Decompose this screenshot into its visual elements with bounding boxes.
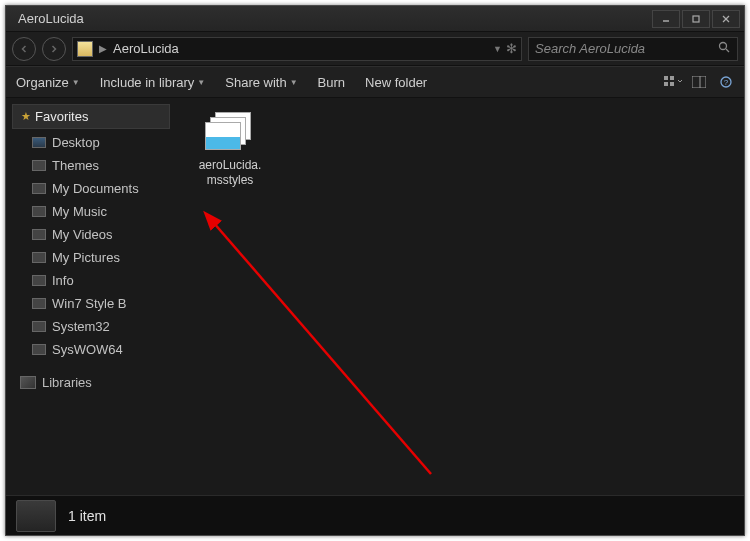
share-with-button[interactable]: Share with▼ bbox=[225, 75, 297, 90]
file-item[interactable]: aeroLucida.msstyles bbox=[190, 112, 270, 188]
svg-rect-1 bbox=[693, 16, 699, 22]
sidebar-item-win7[interactable]: Win7 Style B bbox=[12, 292, 170, 315]
sidebar-item-themes[interactable]: Themes bbox=[12, 154, 170, 177]
back-button[interactable] bbox=[12, 37, 36, 61]
libraries-icon bbox=[20, 376, 36, 389]
svg-line-5 bbox=[726, 49, 729, 52]
svg-rect-10 bbox=[692, 76, 706, 88]
include-in-library-button[interactable]: Include in library▼ bbox=[100, 75, 206, 90]
body: ★ Favorites Desktop Themes My Documents … bbox=[6, 98, 744, 495]
window-title: AeroLucida bbox=[18, 11, 652, 26]
chevron-down-icon[interactable]: ▼ bbox=[493, 44, 502, 54]
sidebar-item-syswow64[interactable]: SysWOW64 bbox=[12, 338, 170, 361]
svg-text:?: ? bbox=[724, 78, 729, 87]
folder-icon bbox=[32, 252, 46, 263]
sidebar-item-music[interactable]: My Music bbox=[12, 200, 170, 223]
svg-point-4 bbox=[720, 42, 727, 49]
nav-pane: ★ Favorites Desktop Themes My Documents … bbox=[12, 104, 170, 489]
burn-button[interactable]: Burn bbox=[318, 75, 345, 90]
refresh-icon[interactable]: ✻ bbox=[506, 41, 517, 56]
sidebar-item-info[interactable]: Info bbox=[12, 269, 170, 292]
svg-rect-7 bbox=[670, 76, 674, 80]
maximize-button[interactable] bbox=[682, 10, 710, 28]
chevron-down-icon: ▼ bbox=[197, 78, 205, 87]
folder-icon bbox=[32, 275, 46, 286]
star-icon: ★ bbox=[21, 110, 31, 123]
preview-pane-icon[interactable] bbox=[692, 76, 706, 88]
folder-icon bbox=[32, 183, 46, 194]
chevron-right-icon: ▶ bbox=[99, 43, 107, 54]
search-placeholder: Search AeroLucida bbox=[535, 41, 645, 56]
explorer-window: AeroLucida ▶ AeroLucida ▼ ✻ bbox=[5, 5, 745, 536]
sidebar-item-documents[interactable]: My Documents bbox=[12, 177, 170, 200]
sidebar-item-pictures[interactable]: My Pictures bbox=[12, 246, 170, 269]
folder-icon bbox=[32, 206, 46, 217]
folder-icon bbox=[77, 41, 93, 57]
close-button[interactable] bbox=[712, 10, 740, 28]
view-options-icon[interactable] bbox=[664, 76, 678, 88]
sidebar-item-videos[interactable]: My Videos bbox=[12, 223, 170, 246]
organize-button[interactable]: Organize▼ bbox=[16, 75, 80, 90]
navbar: ▶ AeroLucida ▼ ✻ Search AeroLucida bbox=[6, 32, 744, 66]
new-folder-button[interactable]: New folder bbox=[365, 75, 427, 90]
favorites-header[interactable]: ★ Favorites bbox=[12, 104, 170, 129]
svg-line-14 bbox=[213, 222, 431, 474]
chevron-down-icon: ▼ bbox=[290, 78, 298, 87]
svg-rect-8 bbox=[664, 82, 668, 86]
item-count: 1 item bbox=[68, 508, 106, 524]
command-bar: Organize▼ Include in library▼ Share with… bbox=[6, 66, 744, 98]
folder-icon bbox=[32, 160, 46, 171]
folder-icon bbox=[32, 321, 46, 332]
favorites-list: Desktop Themes My Documents My Music My … bbox=[12, 129, 170, 371]
svg-rect-6 bbox=[664, 76, 668, 80]
titlebar: AeroLucida bbox=[6, 6, 744, 32]
address-bar[interactable]: ▶ AeroLucida ▼ ✻ bbox=[72, 37, 522, 61]
libraries-header[interactable]: Libraries bbox=[12, 371, 170, 394]
desktop-icon bbox=[32, 137, 46, 148]
folder-icon bbox=[32, 229, 46, 240]
search-input[interactable]: Search AeroLucida bbox=[528, 37, 738, 61]
search-icon bbox=[718, 41, 731, 57]
msstyles-icon bbox=[205, 112, 255, 154]
sidebar-item-system32[interactable]: System32 bbox=[12, 315, 170, 338]
items-view[interactable]: aeroLucida.msstyles bbox=[176, 104, 738, 489]
svg-rect-9 bbox=[670, 82, 674, 86]
sidebar-item-desktop[interactable]: Desktop bbox=[12, 131, 170, 154]
forward-button[interactable] bbox=[42, 37, 66, 61]
file-label: aeroLucida.msstyles bbox=[194, 158, 266, 188]
breadcrumb[interactable]: AeroLucida bbox=[113, 41, 179, 56]
annotation-arrow bbox=[201, 204, 441, 484]
minimize-button[interactable] bbox=[652, 10, 680, 28]
folder-icon bbox=[32, 344, 46, 355]
details-pane: 1 item bbox=[6, 495, 744, 535]
folder-icon bbox=[32, 298, 46, 309]
folder-icon bbox=[16, 500, 56, 532]
help-icon[interactable]: ? bbox=[720, 76, 734, 88]
window-controls bbox=[652, 10, 740, 28]
chevron-down-icon: ▼ bbox=[72, 78, 80, 87]
